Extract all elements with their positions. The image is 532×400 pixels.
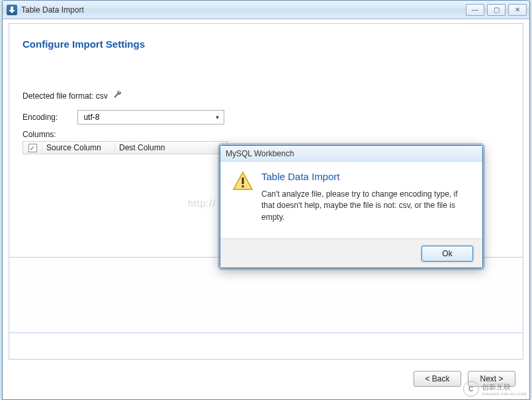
- dialog-body: Table Data Import Can't analyze file, pl…: [220, 162, 482, 238]
- window-title: Table Data Import: [21, 5, 84, 15]
- chevron-down-icon: ▼: [214, 115, 220, 121]
- encoding-label: Encoding:: [22, 113, 58, 122]
- wrench-icon[interactable]: [113, 90, 122, 101]
- encoding-select[interactable]: utf-8 ▼: [77, 110, 224, 125]
- close-button[interactable]: ✕: [508, 4, 527, 16]
- back-button[interactable]: < Back: [414, 371, 461, 387]
- titlebar[interactable]: Table Data Import — ▢ ✕: [3, 1, 529, 19]
- page-heading: Configure Import Settings: [22, 38, 145, 50]
- columns-group: Columns: ✓ Source Column Dest Column: [22, 130, 228, 154]
- brand-logo-icon: C: [463, 381, 479, 397]
- brand-cn: 创新互联: [482, 382, 527, 392]
- warning-icon: [232, 171, 253, 192]
- ok-button[interactable]: Ok: [421, 246, 473, 262]
- wizard-footer: < Back Next >: [9, 364, 523, 394]
- brand-watermark: C 创新互联 CHUANG XIN HU LIAN: [463, 381, 527, 397]
- brand-en: CHUANG XIN HU LIAN: [482, 392, 527, 396]
- dialog-title: MySQL Workbench: [226, 149, 294, 158]
- log-panel: [9, 257, 523, 333]
- main-window: Table Data Import — ▢ ✕ Configure Import…: [2, 0, 530, 400]
- minimize-button[interactable]: —: [466, 4, 484, 16]
- encoding-row: Encoding: utf-8 ▼: [22, 110, 224, 125]
- dialog-titlebar[interactable]: MySQL Workbench: [220, 146, 482, 162]
- columns-label: Columns:: [22, 130, 228, 139]
- detected-format-label: Detected file format: csv: [22, 91, 108, 101]
- column-dest-header[interactable]: Dest Column: [114, 143, 227, 152]
- dialog-message: Can't analyze file, please try to change…: [261, 189, 470, 223]
- detected-format-row: Detected file format: csv: [22, 90, 122, 101]
- columns-header: ✓ Source Column Dest Column: [22, 141, 228, 154]
- svg-rect-1: [242, 185, 244, 187]
- select-all-checkbox[interactable]: ✓: [28, 144, 37, 152]
- app-icon: [7, 5, 17, 15]
- error-dialog: MySQL Workbench Table Data Import Can't …: [220, 145, 483, 268]
- encoding-value: utf-8: [83, 113, 99, 122]
- column-source-header[interactable]: Source Column: [42, 143, 114, 152]
- dialog-heading: Table Data Import: [261, 171, 470, 182]
- maximize-button[interactable]: ▢: [487, 4, 506, 16]
- svg-rect-0: [242, 177, 244, 184]
- dialog-footer: Ok: [220, 238, 482, 268]
